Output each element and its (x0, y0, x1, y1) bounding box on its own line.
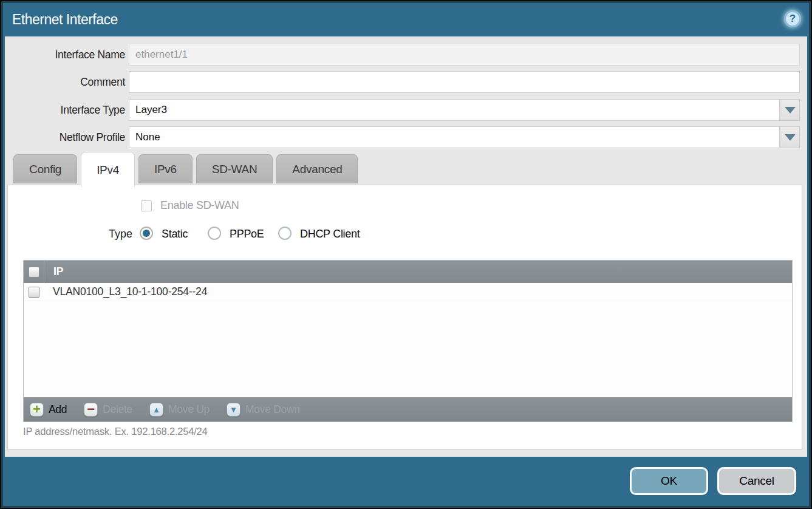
header-checkbox-cell (24, 261, 44, 283)
interface-type-label: Interface Type (5, 99, 125, 121)
radio-pppoe[interactable] (208, 227, 221, 240)
comment-label: Comment (5, 71, 125, 93)
radio-dhcp-client[interactable] (278, 227, 292, 240)
move-up-button-label: Move Up (168, 403, 210, 416)
netflow-profile-label: Netflow Profile (5, 126, 125, 148)
enable-sdwan-label: Enable SD-WAN (160, 199, 239, 212)
delete-button-label: Delete (103, 403, 132, 416)
netflow-profile-field[interactable] (129, 126, 780, 148)
enable-sdwan-row: Enable SD-WAN (141, 199, 239, 212)
ip-format-hint: IP address/netmask. Ex. 192.168.2.254/24 (23, 426, 208, 437)
netflow-profile-row: Netflow Profile (5, 126, 807, 148)
ok-button[interactable]: OK (630, 467, 708, 495)
tab-advanced[interactable]: Advanced (276, 154, 358, 183)
ip-table-header: IP (24, 261, 792, 283)
dialog-title: Ethernet Interface (12, 12, 118, 28)
table-toolbar: + Add − Delete ▲ Move Up ▼ Move Down (24, 397, 792, 422)
ethernet-interface-dialog: Ethernet Interface ? Interface Name Comm… (0, 0, 812, 509)
move-down-button-label: Move Down (245, 403, 300, 416)
help-icon[interactable]: ? (784, 10, 801, 27)
netflow-profile-wrap (129, 126, 800, 148)
title-bar: Ethernet Interface ? (5, 1, 807, 36)
interface-name-label: Interface Name (5, 44, 125, 66)
radio-static[interactable] (140, 227, 153, 240)
radio-dhcp-client-label[interactable]: DHCP Client (300, 228, 360, 241)
type-row: Type Static PPPoE DHCP Client (8, 227, 802, 244)
dialog-body: Interface Name Comment Interface Type (5, 36, 807, 457)
interface-type-field[interactable] (129, 99, 780, 121)
move-up-button[interactable]: ▲ Move Up (149, 403, 210, 417)
comment-field[interactable] (129, 71, 800, 93)
interface-name-row: Interface Name (5, 44, 807, 66)
ip-table: IP VLAN0100_L3_10-1-100-254--24 + Add (23, 260, 793, 422)
tab-ipv4[interactable]: IPv4 (81, 152, 135, 187)
ip-cell[interactable]: VLAN0100_L3_10-1-100-254--24 (44, 285, 207, 298)
row-checkbox-cell (24, 287, 44, 298)
delete-button[interactable]: − Delete (84, 403, 132, 417)
tab-ipv6[interactable]: IPv6 (138, 154, 193, 183)
comment-wrap (129, 71, 800, 93)
tab-config[interactable]: Config (13, 154, 77, 183)
radio-static-label[interactable]: Static (162, 228, 188, 241)
cancel-button[interactable]: Cancel (717, 467, 796, 495)
arrow-down-icon: ▼ (227, 403, 241, 417)
comment-row: Comment (5, 71, 807, 93)
move-down-button[interactable]: ▼ Move Down (227, 403, 300, 417)
interface-type-row: Interface Type (5, 99, 807, 121)
interface-type-dropdown-button[interactable] (780, 99, 800, 121)
chevron-down-icon (785, 107, 796, 114)
interface-name-field (129, 44, 800, 66)
arrow-up-icon: ▲ (149, 403, 163, 417)
chevron-down-icon (785, 134, 796, 141)
type-label: Type (109, 228, 132, 241)
add-button[interactable]: + Add (30, 403, 67, 417)
ip-column-header: IP (44, 265, 63, 278)
ip-table-body: VLAN0100_L3_10-1-100-254--24 (24, 283, 792, 397)
tab-sdwan[interactable]: SD-WAN (196, 154, 273, 183)
ipv4-tab-panel: Enable SD-WAN Type Static PPPoE DHCP Cli… (7, 185, 802, 449)
interface-type-wrap (129, 99, 800, 121)
row-checkbox[interactable] (29, 287, 39, 298)
enable-sdwan-checkbox[interactable] (141, 200, 152, 211)
table-row[interactable]: VLAN0100_L3_10-1-100-254--24 (24, 283, 792, 301)
interface-name-wrap (129, 44, 800, 66)
add-button-label: Add (49, 403, 67, 416)
tab-strip: Config IPv4 IPv6 SD-WAN Advanced (13, 152, 358, 187)
netflow-profile-dropdown-button[interactable] (780, 126, 800, 148)
minus-icon: − (84, 403, 98, 417)
select-all-checkbox[interactable] (29, 267, 39, 278)
radio-pppoe-label[interactable]: PPPoE (230, 228, 264, 241)
plus-icon: + (30, 403, 44, 417)
